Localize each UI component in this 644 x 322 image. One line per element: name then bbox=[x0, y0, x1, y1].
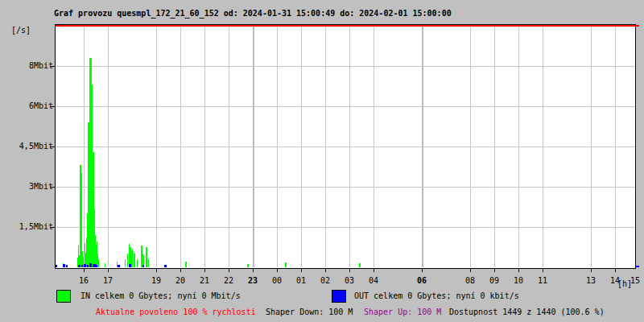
x-axis-tick bbox=[84, 269, 85, 272]
x-axis-label: 17 bbox=[97, 276, 118, 286]
x-axis-tick bbox=[591, 269, 592, 272]
x-axis-tick bbox=[518, 269, 519, 272]
y-axis-label: 3Mbit bbox=[0, 182, 53, 192]
limit-edge-marker bbox=[636, 25, 639, 27]
traffic-spike-in bbox=[127, 254, 128, 267]
x-axis-tick bbox=[277, 269, 278, 272]
traffic-spike-out bbox=[63, 264, 65, 267]
y-axis-label: 1,5Mbit bbox=[0, 222, 53, 232]
x-axis-label: 06 bbox=[411, 276, 432, 286]
value-gridline bbox=[56, 106, 635, 107]
y-axis-label: 6Mbit bbox=[0, 101, 53, 111]
value-gridline bbox=[56, 147, 635, 147]
x-axis-tick bbox=[470, 269, 471, 272]
traffic-spike-out bbox=[164, 265, 167, 267]
traffic-spike-out bbox=[89, 263, 92, 267]
x-axis-label: 16 bbox=[73, 276, 94, 286]
traffic-spike-in bbox=[134, 254, 135, 267]
x-axis-label: 01 bbox=[291, 276, 312, 286]
y-axis-tick bbox=[51, 147, 55, 147]
x-axis-label: 13 bbox=[580, 276, 601, 286]
x-axis-tick bbox=[156, 269, 157, 272]
traffic-spike-out bbox=[81, 265, 83, 267]
traffic-spike-out bbox=[66, 265, 68, 267]
in-legend-swatch bbox=[56, 290, 71, 303]
traffic-spike-in bbox=[359, 263, 361, 267]
traffic-spike-in bbox=[125, 259, 126, 267]
y-axis-label: 4,5Mbit bbox=[0, 142, 53, 151]
in-legend-label: IN celkem 0 Gbytes; nyní 0 Mbit/s bbox=[80, 291, 241, 300]
x-axis-tick bbox=[422, 269, 423, 272]
x-axis-label: 15 bbox=[625, 276, 644, 286]
x-axis-label: 23 bbox=[242, 276, 263, 286]
x-axis-label: 09 bbox=[484, 276, 505, 286]
traffic-spike-out bbox=[118, 265, 120, 267]
shaper-up-status: Shaper Up: 100 M bbox=[364, 308, 441, 316]
x-axis-tick bbox=[180, 269, 181, 272]
x-axis-label: 04 bbox=[363, 276, 384, 286]
x-axis-tick bbox=[615, 269, 616, 272]
x-axis-tick bbox=[349, 269, 350, 272]
x-axis-tick bbox=[204, 269, 205, 272]
traffic-spike-in bbox=[137, 259, 138, 267]
x-axis-tick bbox=[108, 269, 109, 272]
y-axis-tick bbox=[51, 227, 55, 228]
availability-status: Dostupnost 1449 z 1440 (100.6 %) bbox=[449, 308, 605, 316]
traffic-spike-in bbox=[146, 247, 147, 267]
y-axis-label: 8Mbit bbox=[0, 61, 53, 71]
traffic-spike-out bbox=[87, 265, 89, 267]
traffic-spike-out bbox=[96, 265, 97, 267]
x-axis-label: 11 bbox=[532, 276, 553, 286]
traffic-spike-out bbox=[84, 264, 86, 267]
x-axis-label: 19 bbox=[146, 276, 167, 286]
traffic-spike-in bbox=[98, 259, 99, 267]
x-axis-label: 10 bbox=[508, 276, 529, 286]
x-axis-label: 22 bbox=[218, 276, 239, 286]
traffic-spike-in bbox=[285, 262, 287, 267]
out-edge-marker bbox=[636, 266, 639, 267]
y-axis-tick bbox=[51, 106, 55, 107]
x-axis-label: 14 bbox=[605, 276, 625, 286]
x-axis-tick bbox=[229, 269, 229, 272]
traffic-spike-out bbox=[129, 264, 131, 267]
traffic-spike-out bbox=[142, 265, 144, 267]
y-axis-unit-label: [/s] bbox=[11, 26, 31, 35]
out-legend-swatch bbox=[332, 290, 346, 303]
out-legend-label: OUT celkem 0 Gbytes; nyní 0 kbit/s bbox=[354, 291, 519, 300]
value-gridline bbox=[56, 187, 635, 188]
limit-line bbox=[56, 25, 635, 27]
x-axis-label: 00 bbox=[266, 276, 287, 286]
plot-area bbox=[55, 24, 636, 269]
x-axis-tick bbox=[543, 269, 543, 272]
x-axis-tick bbox=[253, 269, 254, 272]
value-gridline bbox=[56, 66, 635, 67]
y-axis-tick bbox=[51, 187, 55, 188]
x-axis-label: 20 bbox=[170, 276, 191, 286]
traffic-spike-out bbox=[78, 265, 80, 267]
value-gridline bbox=[56, 227, 635, 228]
x-axis-label: 08 bbox=[460, 276, 481, 286]
graph-title: Graf provozu quesmpl_172_21_60_152 od: 2… bbox=[54, 9, 452, 18]
traffic-spike-out bbox=[56, 265, 57, 267]
x-axis-tick bbox=[374, 269, 374, 272]
allowed-speed-status: Aktualne povoleno 100 % rychlosti bbox=[96, 308, 256, 316]
x-axis-label: 03 bbox=[339, 276, 360, 286]
shaper-down-status: Shaper Down: 100 M bbox=[266, 308, 353, 316]
x-axis-tick bbox=[301, 269, 302, 272]
x-axis-label: 02 bbox=[315, 276, 336, 286]
traffic-spike-in bbox=[132, 250, 133, 267]
traffic-graph-window: Graf provozu quesmpl_172_21_60_152 od: 2… bbox=[0, 0, 644, 322]
traffic-spike-in bbox=[148, 259, 149, 267]
x-axis-tick bbox=[325, 269, 326, 272]
traffic-spike-in bbox=[185, 262, 187, 267]
y-axis-tick bbox=[51, 66, 55, 67]
x-axis-tick bbox=[494, 269, 495, 272]
traffic-spike-in bbox=[105, 263, 105, 267]
x-axis-label: 21 bbox=[194, 276, 215, 286]
traffic-spike-in bbox=[247, 264, 249, 267]
